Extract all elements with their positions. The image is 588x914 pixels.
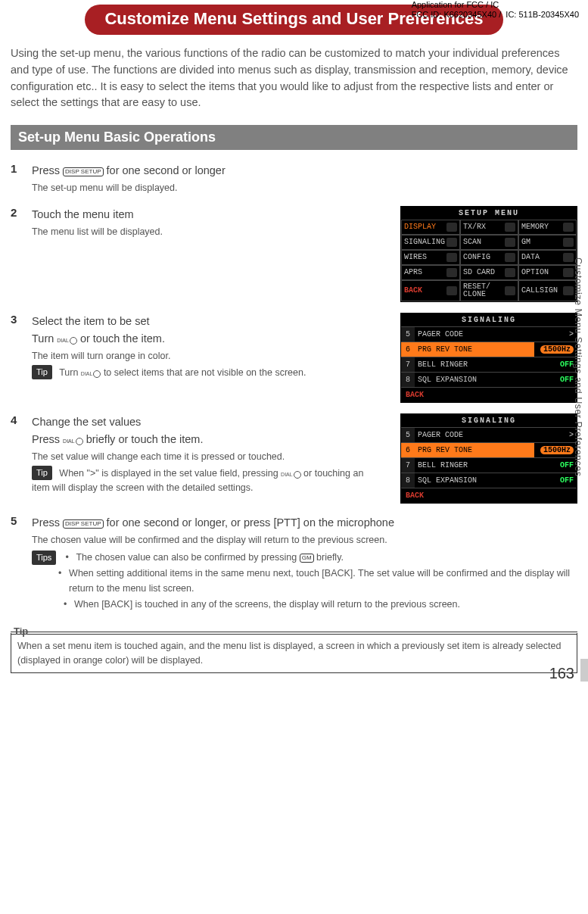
list-row-7: 7BELL RINGEROFF [401, 357, 577, 372]
step-2-title: Touch the menu item [32, 206, 382, 223]
step-4: 4 Change the set values Press DIAL brief… [11, 413, 577, 504]
lcd-setup-title: SETUP MENU [401, 207, 577, 220]
fcc-line-1: Application for FCC / IC [412, 0, 499, 9]
memory-icon [563, 223, 574, 232]
section-title: Set-up Menu Basic Operations [11, 125, 577, 150]
side-vertical-label: Customize Menu Settings and User Prefere… [573, 257, 583, 651]
lcd-signaling-1: SIGNALING 5PAGER CODE> 6PRG REV TONE1500… [400, 313, 577, 403]
step-3-sub: The item will turn orange in color. [32, 349, 382, 363]
list-row-8b: 8SQL EXPANSIONOFF [401, 473, 577, 488]
back-icon [446, 286, 457, 295]
fcc-header: Application for FCC / IC FCC ID: K662034… [412, 0, 579, 20]
setup-cell-option: OPTION [518, 265, 577, 280]
list-row-5b: 5PAGER CODE> [401, 427, 577, 442]
step-5-title: Press DISP SETUP for one second or longe… [32, 514, 577, 532]
setup-cell-data: DATA [518, 250, 577, 265]
tip-box-wrap: Tip When a set menu item is touched agai… [11, 625, 577, 673]
lcd-setup-menu: SETUP MENU DISPLAY TX/RX MEMORY SIGNALIN… [400, 206, 577, 302]
setup-cell-memory: MEMORY [518, 220, 577, 235]
wires-icon [446, 253, 457, 262]
lcd-setup-grid: DISPLAY TX/RX MEMORY SIGNALING SCAN GM W… [401, 220, 577, 301]
steps-list: 1 Press DISP SETUP for one second or lon… [11, 162, 577, 612]
lcd-back-2: BACK [401, 488, 577, 503]
list-row-5: 5PAGER CODE> [401, 326, 577, 342]
step-5-number: 5 [11, 514, 27, 527]
dial-icon: DIAL [57, 336, 77, 345]
step-1-number: 1 [11, 162, 27, 175]
signaling-icon [446, 238, 457, 247]
step-4-tip: Tip When ">" is displayed in the set val… [32, 466, 382, 495]
dial-icon: DIAL [281, 471, 301, 479]
tip-box-body: When a set menu item is touched again, a… [11, 632, 577, 673]
lcd-back-1: BACK [401, 387, 577, 402]
tip-1: The chosen value can also be confirmed b… [76, 551, 344, 565]
step-1: 1 Press DISP SETUP for one second or lon… [11, 162, 577, 195]
list-row-6: 6PRG REV TONE1500Hz [401, 342, 577, 357]
data-icon [563, 253, 574, 262]
dial-icon: DIAL [63, 437, 83, 445]
setup-cell-scan: SCAN [460, 235, 518, 250]
side-tab-marker [580, 659, 588, 682]
reset-icon [505, 286, 515, 295]
sdcard-icon [505, 268, 515, 277]
step-3-line: Turn DIAL or touch the item. [32, 330, 382, 348]
page-root: Application for FCC / IC FCC ID: K662034… [0, 0, 588, 687]
callsign-icon [563, 286, 574, 295]
step-5-tips: Tips • The chosen value can also be conf… [32, 551, 577, 613]
step-4-number: 4 [11, 413, 27, 426]
step-4-line: Press DIAL briefly or touch the item. [32, 431, 382, 448]
tip-pill: Tip [32, 365, 52, 379]
config-icon [505, 253, 515, 262]
intro-paragraph: Using the set-up menu, the various funct… [11, 45, 577, 111]
lcd-sig-title-1: SIGNALING [401, 314, 577, 326]
gm-key-icon: GM [300, 554, 314, 563]
setup-cell-aprs: APRS [401, 265, 460, 280]
option-icon [563, 268, 574, 277]
step-5: 5 Press DISP SETUP for one second or lon… [11, 514, 577, 612]
step-3: 3 Select the item to be set Turn DIAL or… [11, 313, 577, 403]
step-2-number: 2 [11, 206, 27, 219]
setup-cell-wires: WIRES [401, 250, 460, 265]
setup-cell-sdcard: SD CARD [460, 265, 518, 280]
step-4-title: Change the set values [32, 413, 382, 431]
list-row-8: 8SQL EXPANSIONOFF [401, 372, 577, 387]
tip-3: When [BACK] is touched in any of the scr… [74, 597, 460, 612]
step-2-sub: The menu list will be displayed. [32, 225, 382, 239]
setup-cell-txrx: TX/RX [460, 220, 518, 235]
step-1-sub: The set-up menu will be displayed. [32, 181, 577, 195]
disp-key-icon: DISP SETUP [63, 167, 103, 176]
step-1-title: Press DISP SETUP for one second or longe… [32, 162, 577, 179]
setup-cell-signaling: SIGNALING [401, 235, 460, 250]
setup-cell-config: CONFIG [460, 250, 518, 265]
display-icon [446, 223, 457, 232]
step-3-tip: Tip Turn DIAL to select items that are n… [32, 365, 382, 380]
list-row-7b: 7BELL RINGEROFF [401, 457, 577, 473]
setup-cell-callsign: CALLSIGN [518, 280, 577, 301]
fcc-line-2: FCC ID: K6620345X40 / IC: 511B-20345X40 [412, 10, 579, 19]
setup-cell-reset: RESET/ CLONE [460, 280, 518, 301]
scan-icon [505, 238, 515, 247]
tips-pill: Tips [32, 551, 56, 565]
list-row-6b: 6PRG REV TONE1500Hz [401, 442, 577, 457]
tip-pill: Tip [32, 466, 52, 480]
setup-cell-back: BACK [401, 280, 460, 301]
step-5-sub: The chosen value will be confirmed and t… [32, 533, 577, 547]
tip-2: When setting additional items in the sam… [69, 566, 577, 596]
setup-cell-display: DISPLAY [401, 220, 460, 235]
disp-key-icon: DISP SETUP [63, 519, 103, 529]
lcd-signaling-2: SIGNALING 5PAGER CODE> 6PRG REV TONE1500… [400, 413, 577, 504]
lcd-sig-title-2: SIGNALING [401, 414, 577, 427]
step-3-number: 3 [11, 313, 27, 326]
step-2: 2 Touch the menu item The menu list will… [11, 206, 577, 302]
page-number: 163 [549, 665, 574, 682]
step-4-sub: The set value will change each time it i… [32, 450, 382, 464]
aprs-icon [446, 268, 457, 277]
dial-icon: DIAL [81, 370, 101, 379]
setup-cell-gm: GM [518, 235, 577, 250]
txrx-icon [505, 223, 515, 232]
step-3-title: Select the item to be set [32, 313, 382, 330]
gm-icon [563, 238, 574, 247]
